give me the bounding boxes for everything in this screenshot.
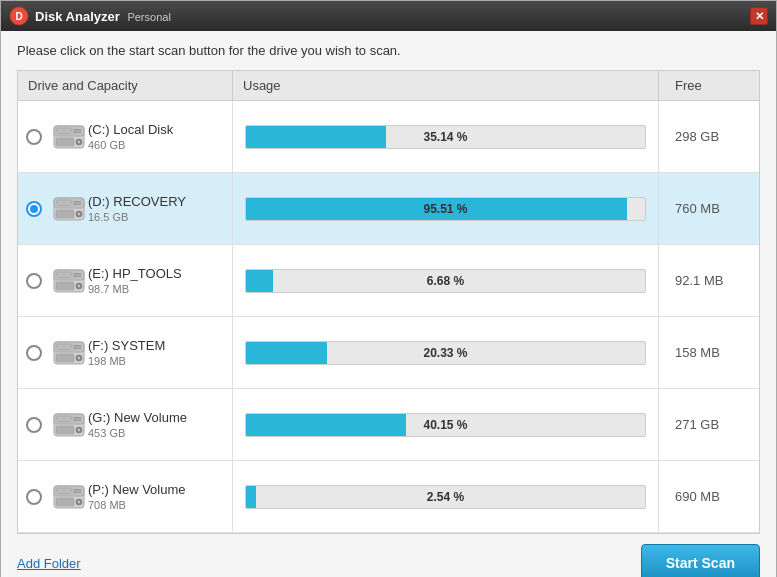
drive-info: (P:) New Volume 708 MB [88, 482, 186, 511]
radio-button[interactable] [26, 489, 42, 505]
usage-cell: 2.54 % [233, 461, 659, 532]
svg-rect-8 [73, 129, 81, 131]
svg-point-38 [78, 428, 80, 430]
usage-cell: 95.51 % [233, 173, 659, 244]
app-title-text: Disk Analyzer [35, 9, 120, 24]
usage-bar-container: 20.33 % [245, 341, 646, 365]
header-drive: Drive and Capacity [18, 71, 233, 100]
svg-rect-33 [73, 347, 81, 349]
svg-rect-9 [73, 131, 81, 133]
drive-cell: (D:) RECOVERY 16.5 GB [18, 173, 233, 244]
rows-container: (C:) Local Disk 460 GB 35.14 % 298 GB [18, 101, 759, 533]
drive-name: (F:) SYSTEM [88, 338, 165, 353]
drives-table: Drive and Capacity Usage Free (C:) Local… [17, 70, 760, 534]
svg-rect-16 [73, 201, 81, 203]
drive-cell: (E:) HP_TOOLS 98.7 MB [18, 245, 233, 316]
svg-rect-4 [56, 138, 74, 146]
svg-rect-25 [73, 275, 81, 277]
svg-rect-32 [73, 345, 81, 347]
svg-rect-49 [73, 491, 81, 493]
app-subtitle: Personal [127, 11, 170, 23]
table-row[interactable]: (G:) New Volume 453 GB 40.15 % 271 GB [18, 389, 759, 461]
drive-size: 460 GB [88, 139, 173, 151]
drive-info: (G:) New Volume 453 GB [88, 410, 187, 439]
usage-label: 6.68 % [246, 270, 645, 292]
usage-label: 20.33 % [246, 342, 645, 364]
app-title: Disk Analyzer Personal [35, 9, 750, 24]
usage-bar-container: 40.15 % [245, 413, 646, 437]
content-area: Please click on the start scan button fo… [1, 31, 776, 577]
add-folder-button[interactable]: Add Folder [17, 556, 81, 571]
table-row[interactable]: (E:) HP_TOOLS 98.7 MB 6.68 % 92.1 MB [18, 245, 759, 317]
free-cell: 760 MB [659, 173, 759, 244]
free-cell: 298 GB [659, 101, 759, 172]
usage-label: 35.14 % [246, 126, 645, 148]
svg-point-6 [78, 140, 80, 142]
radio-button[interactable] [26, 273, 42, 289]
drive-info: (D:) RECOVERY 16.5 GB [88, 194, 186, 223]
titlebar: D Disk Analyzer Personal ✕ [1, 1, 776, 31]
svg-point-14 [78, 212, 80, 214]
svg-rect-7 [57, 128, 71, 134]
svg-point-30 [78, 356, 80, 358]
table-row[interactable]: (F:) SYSTEM 198 MB 20.33 % 158 MB [18, 317, 759, 389]
svg-rect-44 [56, 498, 74, 506]
header-free: Free [659, 71, 759, 100]
usage-label: 40.15 % [246, 414, 645, 436]
drive-size: 198 MB [88, 355, 165, 367]
app-logo-icon: D [9, 6, 29, 26]
svg-rect-17 [73, 203, 81, 205]
hdd-icon [50, 334, 88, 372]
drive-name: (D:) RECOVERY [88, 194, 186, 209]
usage-cell: 6.68 % [233, 245, 659, 316]
svg-text:D: D [15, 11, 22, 22]
svg-rect-23 [57, 272, 71, 278]
usage-bar-container: 95.51 % [245, 197, 646, 221]
footer: Add Folder Start Scan [17, 534, 760, 577]
radio-button[interactable] [26, 129, 42, 145]
svg-rect-48 [73, 489, 81, 491]
svg-rect-39 [57, 416, 71, 422]
usage-bar-container: 2.54 % [245, 485, 646, 509]
svg-point-46 [78, 500, 80, 502]
table-row[interactable]: (D:) RECOVERY 16.5 GB 95.51 % 760 MB [18, 173, 759, 245]
hdd-icon [50, 118, 88, 156]
svg-rect-36 [56, 426, 74, 434]
radio-button[interactable] [26, 345, 42, 361]
hdd-icon [50, 406, 88, 444]
drive-size: 16.5 GB [88, 211, 186, 223]
usage-cell: 35.14 % [233, 101, 659, 172]
svg-rect-28 [56, 354, 74, 362]
close-button[interactable]: ✕ [750, 7, 768, 25]
drive-cell: (C:) Local Disk 460 GB [18, 101, 233, 172]
radio-button[interactable] [26, 201, 42, 217]
svg-rect-12 [56, 210, 74, 218]
svg-point-22 [78, 284, 80, 286]
radio-button[interactable] [26, 417, 42, 433]
usage-label: 2.54 % [246, 486, 645, 508]
svg-rect-40 [73, 417, 81, 419]
header-usage: Usage [233, 71, 659, 100]
usage-bar-container: 6.68 % [245, 269, 646, 293]
main-window: D Disk Analyzer Personal ✕ Please click … [0, 0, 777, 577]
svg-rect-15 [57, 200, 71, 206]
drive-size: 98.7 MB [88, 283, 182, 295]
hdd-icon [50, 262, 88, 300]
drive-info: (E:) HP_TOOLS 98.7 MB [88, 266, 182, 295]
table-row[interactable]: (P:) New Volume 708 MB 2.54 % 690 MB [18, 461, 759, 533]
start-scan-button[interactable]: Start Scan [641, 544, 760, 577]
table-row[interactable]: (C:) Local Disk 460 GB 35.14 % 298 GB [18, 101, 759, 173]
drive-name: (P:) New Volume [88, 482, 186, 497]
drive-size: 453 GB [88, 427, 187, 439]
instruction-text: Please click on the start scan button fo… [17, 43, 760, 58]
drive-cell: (P:) New Volume 708 MB [18, 461, 233, 532]
svg-rect-31 [57, 344, 71, 350]
free-cell: 158 MB [659, 317, 759, 388]
free-cell: 690 MB [659, 461, 759, 532]
svg-rect-24 [73, 273, 81, 275]
svg-rect-41 [73, 419, 81, 421]
drive-info: (F:) SYSTEM 198 MB [88, 338, 165, 367]
drive-name: (C:) Local Disk [88, 122, 173, 137]
usage-cell: 40.15 % [233, 389, 659, 460]
drive-name: (G:) New Volume [88, 410, 187, 425]
